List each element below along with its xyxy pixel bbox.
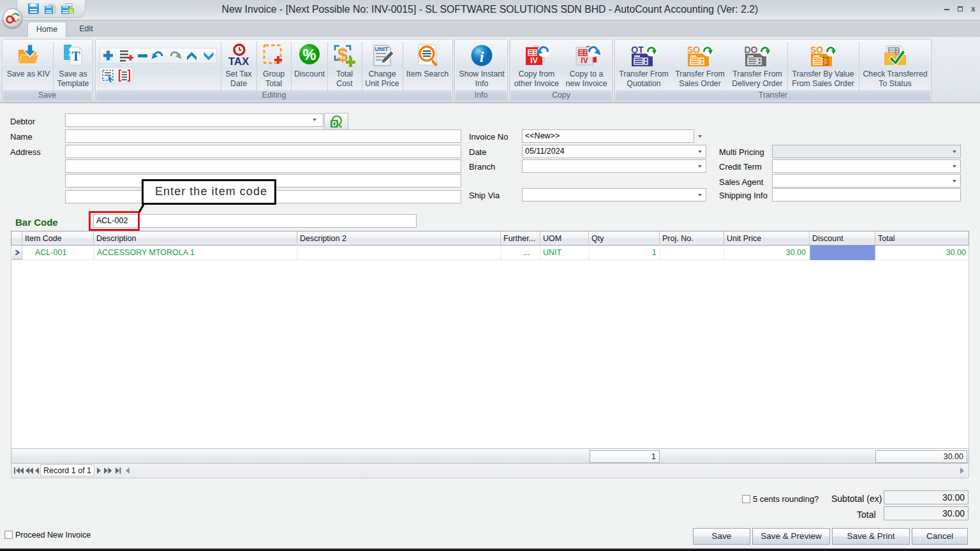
svg-text:%: %: [302, 46, 316, 63]
svg-text:TAX: TAX: [228, 55, 249, 68]
svg-text:T: T: [71, 49, 80, 63]
svg-text:i: i: [480, 48, 484, 65]
svg-text:SO: SO: [687, 45, 700, 55]
svg-text:UNIT: UNIT: [375, 46, 389, 52]
svg-text:QT: QT: [631, 45, 644, 55]
svg-text:SO: SO: [810, 45, 823, 55]
svg-text:IV: IV: [530, 56, 537, 65]
svg-text:D: D: [332, 120, 337, 128]
svg-text:DO: DO: [745, 45, 758, 55]
svg-text:IV: IV: [581, 56, 588, 65]
